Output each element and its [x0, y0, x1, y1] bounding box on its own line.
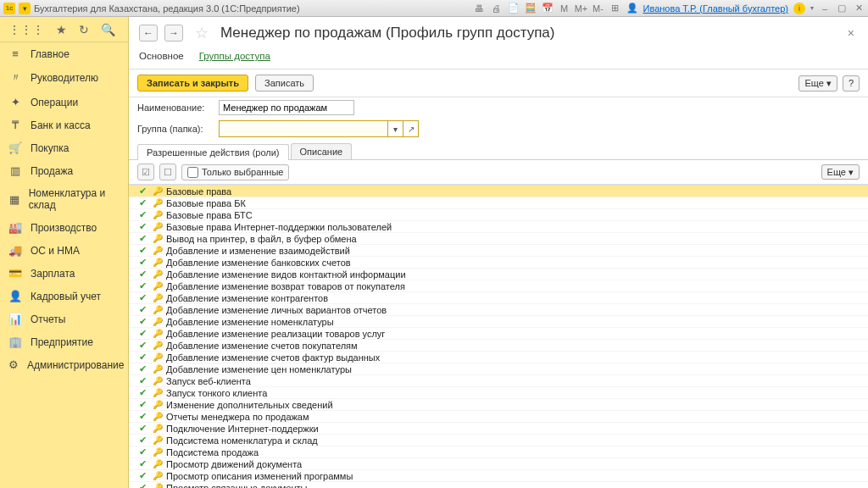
page-close-icon[interactable]: × [844, 26, 858, 40]
roles-more-button[interactable]: Еще ▾ [821, 164, 860, 180]
more-button[interactable]: Еще ▾ [798, 75, 837, 92]
only-selected-toggle[interactable]: Только выбранные [181, 164, 289, 180]
check-icon: ✔ [137, 470, 147, 481]
check-all-button[interactable]: ☑ [137, 164, 154, 180]
help-button[interactable]: ? [843, 75, 860, 92]
m-minus-icon[interactable]: M- [593, 3, 604, 14]
key-icon: 🔑 [153, 400, 161, 409]
group-input[interactable] [219, 120, 388, 137]
save-button[interactable]: Записать [255, 75, 314, 92]
current-user[interactable]: Иванова Т.Р. (Главный бухгалтер) [643, 3, 789, 14]
role-label: Подсистема продажа [166, 447, 259, 458]
role-row[interactable]: ✔🔑Отчеты менеджера по продажам [129, 411, 868, 423]
sidebar-item-9[interactable]: 💳Зарплата [0, 262, 128, 285]
search-icon[interactable]: 🔍 [101, 23, 115, 36]
sidebar-item-1[interactable]: 〃Руководителю [0, 65, 128, 91]
sidebar-item-8[interactable]: 🚚ОС и НМА [0, 239, 128, 262]
history-icon[interactable]: ↻ [79, 23, 89, 36]
tab-roles[interactable]: Разрешенные действия (роли) [137, 144, 289, 160]
sidebar-icon: ▥ [8, 164, 22, 177]
dropdown-icon[interactable]: ▾ [19, 3, 31, 14]
sidebar-item-7[interactable]: 🏭Производство [0, 216, 128, 239]
group-dropdown-button[interactable]: ▾ [388, 120, 403, 137]
role-row[interactable]: ✔🔑Подсистема продажа [129, 446, 868, 458]
sidebar-item-3[interactable]: ₸Банк и касса [0, 114, 128, 136]
role-row[interactable]: ✔🔑Подключение Интернет-поддержки [129, 423, 868, 435]
sidebar-item-2[interactable]: ✦Операции [0, 91, 128, 114]
role-row[interactable]: ✔🔑Добавление изменение реализации товаро… [129, 328, 868, 340]
role-label: Добавление изменение счетов покупателям [166, 341, 358, 351]
role-row[interactable]: ✔🔑Добавление изменение банковских счетов [129, 257, 868, 269]
tab-description[interactable]: Описание [291, 143, 353, 159]
sidebar-item-4[interactable]: 🛒Покупка [0, 136, 128, 159]
roles-toolbar: ☑ ☐ Только выбранные Еще ▾ [129, 160, 868, 185]
only-selected-checkbox[interactable] [187, 167, 198, 178]
sidebar-item-label: Номенклатура и склад [29, 187, 120, 211]
nav-back-button[interactable]: ← [139, 25, 158, 42]
role-label: Просмотр движений документа [166, 459, 302, 469]
calendar-icon[interactable]: 📅 [542, 3, 554, 14]
role-row[interactable]: ✔🔑Базовые права БК [129, 197, 868, 209]
role-row[interactable]: ✔🔑Запуск тонкого клиента [129, 387, 868, 399]
sidebar-item-0[interactable]: ≡Главное [0, 42, 128, 65]
uncheck-all-button[interactable]: ☐ [159, 164, 176, 180]
sidebar-icon: ⚙ [8, 358, 19, 371]
role-row[interactable]: ✔🔑Добавление изменение контрагентов [129, 292, 868, 304]
check-icon: ✔ [137, 482, 147, 488]
role-row[interactable]: ✔🔑Базовые права Интернет-поддержки польз… [129, 221, 868, 233]
role-row[interactable]: ✔🔑Добавление изменение счетов фактур выд… [129, 352, 868, 363]
doc-icon[interactable]: 📄 [508, 3, 520, 14]
sidebar-item-5[interactable]: ▥Продажа [0, 159, 128, 182]
maximize-icon[interactable]: ▢ [836, 3, 848, 14]
sidebar-item-11[interactable]: 📊Отчеты [0, 308, 128, 330]
group-open-button[interactable]: ↗ [403, 120, 419, 137]
favorite-star-icon[interactable]: ☆ [195, 24, 209, 42]
role-row[interactable]: ✔🔑Вывод на принтер, в файл, в буфер обме… [129, 233, 868, 245]
nav-forward-button[interactable]: → [164, 25, 183, 42]
role-row[interactable]: ✔🔑Добавление изменение возврат товаров о… [129, 280, 868, 292]
role-label: Добавление изменение счетов фактур выдан… [166, 352, 380, 363]
tab-main[interactable]: Основное [139, 51, 184, 64]
role-row[interactable]: ✔🔑Запуск веб-клиента [129, 375, 868, 387]
m-plus-icon[interactable]: M+ [576, 3, 587, 14]
sidebar-item-10[interactable]: 👤Кадровый учет [0, 285, 128, 308]
sidebar-item-6[interactable]: ▦Номенклатура и склад [0, 182, 128, 216]
info-icon[interactable]: i [793, 3, 805, 14]
only-selected-label: Только выбранные [202, 167, 283, 177]
role-row[interactable]: ✔🔑Базовые права [129, 186, 868, 197]
key-icon: 🔑 [153, 186, 161, 196]
star-icon[interactable]: ★ [56, 23, 67, 36]
m-icon[interactable]: M [559, 3, 570, 14]
role-label: Базовые права Интернет-поддержки пользов… [166, 222, 392, 232]
role-row[interactable]: ✔🔑Добавление изменение номенклатуры [129, 316, 868, 328]
print2-icon[interactable]: 🖨 [491, 3, 503, 14]
role-row[interactable]: ✔🔑Добавление изменение видов контактной … [129, 269, 868, 280]
calc-icon[interactable]: 🧮 [525, 3, 537, 14]
sidebar-item-label: Зарплата [31, 268, 75, 280]
role-row[interactable]: ✔🔑Просмотр связанные документы [129, 482, 868, 488]
save-close-button[interactable]: Записать и закрыть [137, 75, 248, 92]
role-row[interactable]: ✔🔑Добавление изменение личных вариантов … [129, 304, 868, 316]
sidebar-item-13[interactable]: ⚙Администрирование [0, 353, 128, 376]
minimize-icon[interactable]: – [819, 3, 831, 14]
role-row[interactable]: ✔🔑Базовые права БТС [129, 209, 868, 221]
roles-list[interactable]: ✔🔑Базовые права✔🔑Базовые права БК✔🔑Базов… [129, 185, 868, 488]
close-icon[interactable]: ✕ [853, 3, 865, 14]
info-dropdown-icon[interactable]: ▾ [810, 4, 814, 12]
name-input[interactable] [219, 100, 354, 115]
role-row[interactable]: ✔🔑Изменение дополнительных сведений [129, 399, 868, 411]
role-row[interactable]: ✔🔑Подсистема номенклатура и склад [129, 435, 868, 446]
tab-groups[interactable]: Группы доступа [199, 51, 270, 64]
role-row[interactable]: ✔🔑Просмотр движений документа [129, 458, 868, 470]
sidebar-item-12[interactable]: 🏢Предприятие [0, 330, 128, 353]
apps-icon[interactable]: ⋮⋮⋮ [8, 23, 44, 36]
role-row[interactable]: ✔🔑Добавление и изменение взаимодействий [129, 245, 868, 257]
role-row[interactable]: ✔🔑Просмотр описания изменений программы [129, 470, 868, 482]
grid-icon[interactable]: ⊞ [609, 3, 621, 14]
role-label: Добавление изменение цен номенклатуры [166, 364, 352, 374]
role-label: Добавление изменение номенклатуры [166, 317, 334, 327]
print-icon[interactable]: 🖶 [474, 3, 486, 14]
role-row[interactable]: ✔🔑Добавление изменение счетов покупателя… [129, 340, 868, 352]
role-row[interactable]: ✔🔑Добавление изменение цен номенклатуры [129, 363, 868, 375]
user-icon[interactable]: 👤 [626, 3, 638, 14]
